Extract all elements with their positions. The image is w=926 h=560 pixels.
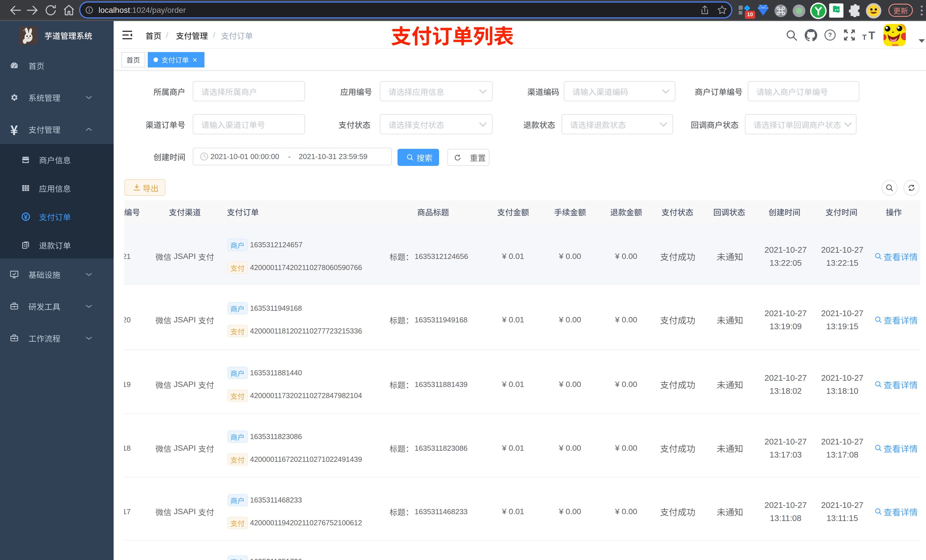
svg-text:?: ?: [828, 31, 832, 38]
